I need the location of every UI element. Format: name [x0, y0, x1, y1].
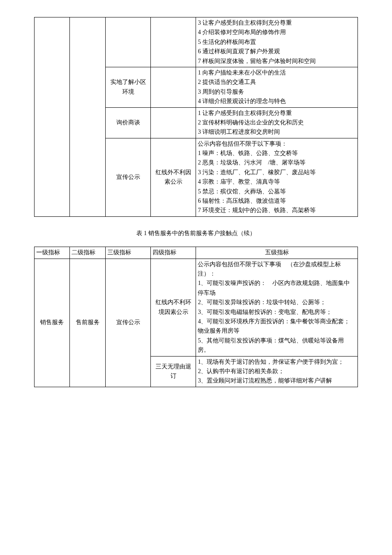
- cell-l5: 公示内容包括但不限于以下事项 （在沙盘或模型上标注）：1、可能引发噪声投诉的： …: [196, 259, 358, 356]
- cell-l5: 3 让客户感受到自主权得到充分尊重4 介绍装修对空间布局的修饰作用5 生活化的样…: [196, 17, 358, 67]
- cell-l2: 售前服务: [70, 259, 105, 387]
- cell-l4: [151, 17, 196, 67]
- cell-l3: 询价商谈: [105, 107, 150, 138]
- cell-l4: 红线内不利环境因素公示: [151, 259, 196, 356]
- header-l5: 五级指标: [196, 247, 358, 259]
- table-2: 一级指标 二级指标 三级指标 四级指标 五级指标 销售服务 售前服务 宣传公示 …: [34, 247, 358, 387]
- cell-l3: 宣传公示: [105, 259, 150, 387]
- cell-l1: 销售服务: [35, 259, 70, 387]
- cell-l4: [151, 67, 196, 107]
- cell-l4: 红线外不利因素公示: [151, 138, 196, 216]
- header-l2: 二级指标: [70, 247, 105, 259]
- cell-l4: [151, 107, 196, 138]
- cell-l4: 三天无理由退订: [151, 356, 196, 387]
- cell-l5: 1 让客户感受到自主权得到充分尊重2 宣传材料明确传达出企业的文化和历史3 详细…: [196, 107, 358, 138]
- table-1: 3 让客户感受到自主权得到充分尊重4 介绍装修对空间布局的修饰作用5 生活化的样…: [34, 17, 358, 217]
- cell-l5: 1、现场有关于退订的告知，并保证客户便于得到为宜；2、认购书中有退订的相关条款；…: [196, 356, 358, 387]
- cell-l3: [105, 17, 150, 67]
- cell-l1: [35, 17, 70, 217]
- header-l3: 三级指标: [105, 247, 150, 259]
- table-caption: 表 1 销售服务中的售前服务客户接触点（续）: [34, 229, 358, 238]
- table-header-row: 一级指标 二级指标 三级指标 四级指标 五级指标: [35, 247, 358, 259]
- cell-l3: 实地了解小区环境: [105, 67, 150, 107]
- cell-l5: 1 向客户描绘未来在小区中的生活2 提供适当的交通工具3 周到的引导服务4 详细…: [196, 67, 358, 107]
- header-l1: 一级指标: [35, 247, 70, 259]
- table-row: 销售服务 售前服务 宣传公示 红线内不利环境因素公示 公示内容包括但不限于以下事…: [35, 259, 358, 356]
- cell-l3: 宣传公示: [105, 138, 150, 216]
- cell-l5: 公示内容包括但不限于以下事项：1 噪声：机场、铁路、公路、立交桥等2 恶臭：垃圾…: [196, 138, 358, 216]
- cell-l2: [70, 17, 105, 217]
- header-l4: 四级指标: [151, 247, 196, 259]
- table-row: 3 让客户感受到自主权得到充分尊重4 介绍装修对空间布局的修饰作用5 生活化的样…: [35, 17, 358, 67]
